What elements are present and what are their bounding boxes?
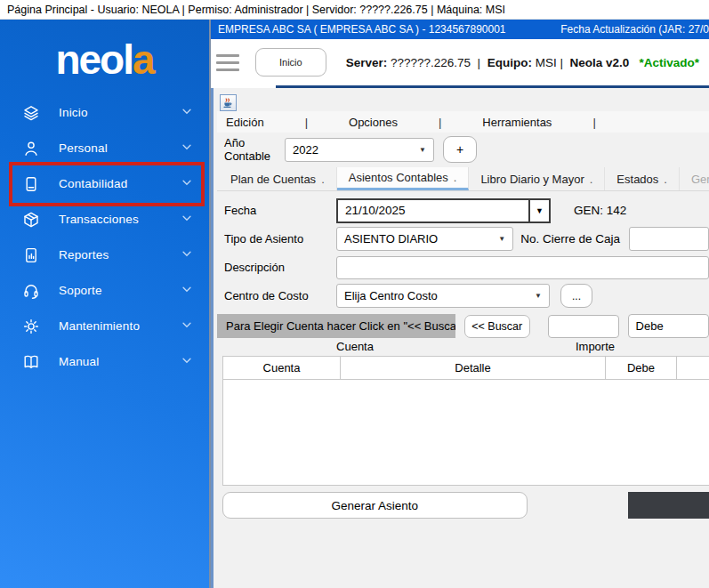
debe-haber-value: Debe: [636, 319, 664, 333]
report-icon: [21, 246, 41, 265]
gear-icon: [21, 317, 41, 336]
sidebar-nav: Inicio Personal Contabilidad: [0, 95, 209, 380]
cuenta-caption: Cuenta: [217, 340, 493, 353]
sidebar-item-transacciones[interactable]: Transacciones: [0, 202, 209, 238]
main-content: EMPRESA ABC SA ( EMPRESA ABC SA ) - 1234…: [211, 20, 709, 588]
cierre-caja-input[interactable]: [629, 227, 709, 251]
chevron-down-icon: [181, 141, 193, 157]
chevron-down-icon: ▼: [498, 235, 505, 243]
buscar-button[interactable]: << Buscar: [464, 315, 530, 338]
chevron-down-icon: [181, 105, 193, 121]
book-icon: [21, 174, 41, 194]
sidebar-item-label: Mantenimiento: [59, 319, 140, 333]
open-book-icon: [21, 352, 41, 372]
header-bar: Inicio Server: ??????.226.75 | Equipo: M…: [211, 39, 709, 85]
menubar: Edición | Opciones | Herramientas |: [217, 111, 709, 133]
sidebar-item-label: Reportes: [59, 248, 109, 262]
chevron-down-icon: [181, 176, 193, 192]
chevron-down-icon: [181, 283, 193, 299]
sidebar-item-label: Soporte: [59, 284, 102, 297]
tab-plan-de-cuentas[interactable]: Plan de Cuentas.: [219, 167, 337, 190]
asientos-table: Cuenta Detalle Debe Haber: [222, 356, 709, 486]
app-window: Página Principal - Usuario: NEOLA | Perm…: [0, 0, 709, 588]
descripcion-label: Descripción: [224, 261, 336, 274]
java-icon[interactable]: [220, 94, 237, 111]
browse-centro-button[interactable]: ...: [560, 284, 592, 308]
layers-icon: [21, 103, 41, 123]
menu-separator: |: [439, 116, 441, 129]
chevron-down-icon: ▼: [535, 292, 542, 300]
chevron-down-icon: ▼: [419, 146, 426, 154]
separator: |: [560, 56, 563, 69]
centro-costo-value: Elija Centro Costo: [344, 289, 438, 302]
company-name: EMPRESA ABC SA ( EMPRESA ABC SA ) - 1234…: [218, 23, 506, 36]
dark-action-button[interactable]: [628, 492, 709, 519]
tab-asientos-contables[interactable]: Asientos Contables.: [337, 167, 470, 190]
debe-haber-select[interactable]: Debe: [628, 314, 709, 338]
tab-dot: .: [321, 173, 325, 186]
fiscal-year-select[interactable]: 2022 ▼: [285, 138, 434, 162]
tipo-asiento-select[interactable]: ASIENTO DIARIO ▼: [336, 227, 513, 251]
sidebar-item-label: Contabilidad: [59, 177, 127, 190]
chevron-down-icon: [181, 354, 193, 370]
neola-logo: neola: [0, 37, 209, 83]
sidebar-item-reportes[interactable]: Reportes: [0, 238, 209, 273]
server-label: Server:: [346, 56, 388, 69]
equipo-value: MSI: [536, 56, 557, 69]
sidebar-item-label: Manual: [59, 355, 99, 368]
centro-costo-select[interactable]: Elija Centro Costo ▼: [336, 284, 550, 308]
generar-asiento-button[interactable]: Generar Asiento: [222, 492, 528, 519]
menu-separator: |: [305, 116, 308, 129]
sidebar-item-soporte[interactable]: Soporte: [0, 273, 209, 309]
centro-costo-label: Centro de Costo: [224, 289, 336, 302]
tab-generar[interactable]: Genera: [680, 167, 709, 190]
tab-dot: .: [590, 173, 593, 186]
table-header: Cuenta Detalle Debe Haber: [223, 357, 709, 380]
add-year-button[interactable]: +: [443, 136, 477, 163]
sidebar: neola Inicio Personal: [0, 20, 211, 588]
menu-edicion[interactable]: Edición: [226, 116, 264, 129]
chevron-down-icon: [181, 212, 193, 228]
package-icon: [21, 210, 41, 230]
inner-frame: Edición | Opciones | Herramientas | Año …: [211, 88, 709, 588]
tipo-asiento-value: ASIENTO DIARIO: [344, 232, 438, 246]
equipo-label: Equipo:: [487, 56, 532, 69]
tipo-asiento-label: Tipo de Asiento: [224, 232, 336, 246]
chevron-down-icon: [181, 318, 193, 334]
hamburger-menu-icon[interactable]: [216, 54, 239, 71]
table-body-empty[interactable]: [223, 380, 709, 485]
server-info: Server: ??????.226.75 | Equipo: MSI | Ne…: [346, 56, 699, 69]
sidebar-item-label: Transacciones: [59, 213, 139, 226]
chevron-down-icon: [181, 247, 193, 263]
inicio-button[interactable]: Inicio: [255, 48, 326, 77]
fiscal-year-value: 2022: [293, 143, 318, 157]
sidebar-item-mantenimiento[interactable]: Mantenimiento: [0, 309, 209, 344]
logo-text: neol: [55, 36, 133, 83]
fecha-dropdown-button[interactable]: ▼: [530, 198, 551, 223]
column-header-debe: Debe: [606, 357, 677, 380]
tab-libro-diario-y-mayor[interactable]: Libro Diario y Mayor.: [469, 167, 605, 190]
column-header-haber: Haber: [677, 357, 709, 380]
sidebar-item-inicio[interactable]: Inicio: [0, 95, 209, 131]
tab-dot: .: [454, 171, 457, 184]
fecha-label: Fecha: [224, 204, 336, 217]
importe-input[interactable]: [548, 315, 619, 338]
company-bar: EMPRESA ABC SA ( EMPRESA ABC SA ) - 1234…: [211, 20, 709, 39]
gen-counter: GEN: 142: [574, 204, 626, 217]
tab-bar: Plan de Cuentas. Asientos Contables. Lib…: [217, 167, 709, 191]
sidebar-item-contabilidad[interactable]: Contabilidad: [0, 166, 209, 202]
tab-dot: .: [664, 173, 667, 186]
menu-herramientas[interactable]: Herramientas: [482, 116, 552, 129]
menu-separator: |: [592, 116, 595, 129]
sidebar-item-personal[interactable]: Personal: [0, 131, 209, 166]
status-badge: *Activado*: [640, 56, 700, 69]
sidebar-item-manual[interactable]: Manual: [0, 344, 209, 380]
tab-estados[interactable]: Estados.: [605, 167, 680, 190]
version-label: Neola v2.0: [569, 56, 629, 69]
asiento-form: Fecha ▼ GEN: 142 Tipo de Asiento ASIENTO…: [217, 197, 709, 519]
descripcion-input[interactable]: [336, 256, 709, 279]
person-icon: [21, 139, 41, 158]
importe-caption: Importe: [493, 340, 697, 353]
menu-opciones[interactable]: Opciones: [349, 116, 398, 129]
fecha-input[interactable]: [336, 198, 530, 223]
